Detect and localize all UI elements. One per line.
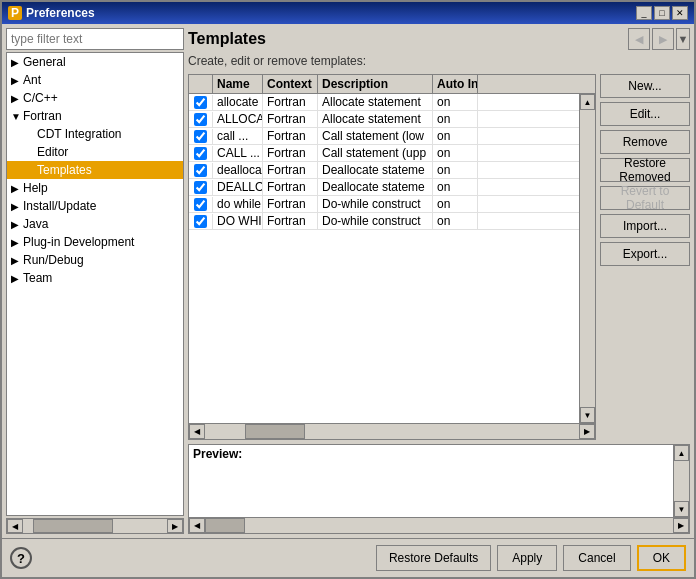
vscroll-down-btn[interactable]: ▼ [580,407,595,423]
sidebar-item-label: General [23,55,66,69]
sidebar-item-editor[interactable]: Editor [7,143,183,161]
hscroll-left-btn[interactable]: ◀ [189,518,205,533]
sidebar-item-help[interactable]: ▶ Help [7,179,183,197]
table-area: Name Context Description Auto Inse alloc… [188,74,596,440]
export-button[interactable]: Export... [600,242,690,266]
sidebar-item-rundebug[interactable]: ▶ Run/Debug [7,251,183,269]
hscroll-right-btn[interactable]: ▶ [673,518,689,533]
arrow-icon: ▶ [11,183,21,194]
th-name: Name [213,75,263,93]
row-checkbox[interactable] [194,147,207,160]
vscroll-up-btn[interactable]: ▲ [674,445,689,461]
arrow-icon: ▶ [11,237,21,248]
table-row[interactable]: deallocat Fortran Deallocate stateme on [189,162,579,179]
table-hscroll[interactable]: ◀ ▶ [189,423,595,439]
cell-context: Fortran [263,162,318,178]
sidebar-item-cdt[interactable]: CDT Integration [7,125,183,143]
hscroll-thumb[interactable] [245,424,305,439]
cell-context: Fortran [263,145,318,161]
preview-content [189,463,673,517]
sidebar-item-team[interactable]: ▶ Team [7,269,183,287]
back-button[interactable]: ◀ [628,28,650,50]
row-checkbox[interactable] [194,130,207,143]
cell-auto: on [433,213,478,229]
vscroll-track [674,461,689,501]
cell-context: Fortran [263,196,318,212]
sidebar-item-general[interactable]: ▶ General [7,53,183,71]
sidebar-item-fortran[interactable]: ▼ Fortran [7,107,183,125]
preferences-window: P Preferences _ □ ✕ ▶ General [0,0,696,579]
hscroll-right-btn[interactable]: ▶ [579,424,595,439]
minimize-button[interactable]: _ [636,6,652,20]
cancel-button[interactable]: Cancel [563,545,630,571]
row-checkbox[interactable] [194,96,207,109]
vscroll-up-btn[interactable]: ▲ [580,94,595,110]
maximize-button[interactable]: □ [654,6,670,20]
sidebar-item-label: Plug-in Development [23,235,134,249]
hscroll-thumb[interactable] [33,519,113,533]
forward-button[interactable]: ▶ [652,28,674,50]
cell-auto: on [433,128,478,144]
row-checkbox[interactable] [194,181,207,194]
import-button[interactable]: Import... [600,214,690,238]
vscroll-down-btn[interactable]: ▼ [674,501,689,517]
arrow-icon: ▶ [11,57,21,68]
cell-name: deallocat [213,162,263,178]
th-auto: Auto Inse [433,75,478,93]
hscroll-left-btn[interactable]: ◀ [189,424,205,439]
help-button[interactable]: ? [10,547,32,569]
table-row[interactable]: ALLOCAT Fortran Allocate statement on [189,111,579,128]
row-checkbox[interactable] [194,113,207,126]
row-checkbox[interactable] [194,215,207,228]
apply-button[interactable]: Apply [497,545,557,571]
filter-input[interactable] [6,28,184,50]
sidebar-item-java[interactable]: ▶ Java [7,215,183,233]
hscroll-right-btn[interactable]: ▶ [167,519,183,533]
sidebar-item-ant[interactable]: ▶ Ant [7,71,183,89]
title-bar: P Preferences _ □ ✕ [2,2,694,24]
sidebar-item-cpp[interactable]: ▶ C/C++ [7,89,183,107]
panel-header: Templates ◀ ▶ ▼ [188,28,690,50]
cell-name: do while... [213,196,263,212]
edit-button[interactable]: Edit... [600,102,690,126]
window-title: Preferences [26,6,95,20]
nav-dropdown-button[interactable]: ▼ [676,28,690,50]
table-row[interactable]: call ... Fortran Call statement (low on [189,128,579,145]
table-row[interactable]: DEALLOC Fortran Deallocate stateme on [189,179,579,196]
remove-button[interactable]: Remove [600,130,690,154]
new-button[interactable]: New... [600,74,690,98]
action-buttons: New... Edit... Remove Restore Removed Re [600,74,690,440]
sidebar-item-label: Java [23,217,48,231]
sidebar-item-plugin[interactable]: ▶ Plug-in Development [7,233,183,251]
cell-auto: on [433,111,478,127]
restore-removed-button[interactable]: Restore Removed [600,158,690,182]
preview-hscroll[interactable]: ◀ ▶ [189,517,689,533]
cell-description: Do-while construct [318,213,433,229]
table-row[interactable]: CALL ... Fortran Call statement (upp on [189,145,579,162]
table-row[interactable]: allocate Fortran Allocate statement on [189,94,579,111]
app-icon: P [8,6,22,20]
close-button[interactable]: ✕ [672,6,688,20]
main-row: ▶ General ▶ Ant ▶ C/C++ ▼ Fortran [2,24,694,538]
restore-defaults-button[interactable]: Restore Defaults [376,545,491,571]
hscroll-left-btn[interactable]: ◀ [7,519,23,533]
sidebar: ▶ General ▶ Ant ▶ C/C++ ▼ Fortran [6,28,184,534]
sidebar-item-label: Run/Debug [23,253,84,267]
sidebar-item-install[interactable]: ▶ Install/Update [7,197,183,215]
sidebar-item-templates[interactable]: Templates [7,161,183,179]
ok-button[interactable]: OK [637,545,686,571]
bottom-bar: ? Restore Defaults Apply Cancel OK [2,538,694,577]
table-wrapper: allocate Fortran Allocate statement on A… [189,94,595,423]
revert-default-button[interactable]: Revert to Default [600,186,690,210]
table-row[interactable]: DO WHIL Fortran Do-while construct on [189,213,579,230]
row-checkbox[interactable] [194,164,207,177]
table-row[interactable]: do while... Fortran Do-while construct o… [189,196,579,213]
hscroll-thumb[interactable] [205,518,245,533]
row-checkbox[interactable] [194,198,207,211]
cell-description: Deallocate stateme [318,162,433,178]
sidebar-item-label: CDT Integration [37,127,122,141]
cell-description: Deallocate stateme [318,179,433,195]
sidebar-hscroll[interactable]: ◀ ▶ [6,518,184,534]
nav-buttons: ◀ ▶ ▼ [628,28,690,50]
cell-description: Call statement (low [318,128,433,144]
